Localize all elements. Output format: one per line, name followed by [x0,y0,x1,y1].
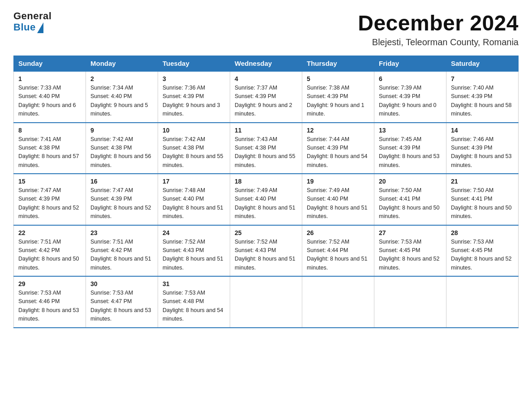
table-row: 16 Sunrise: 7:47 AM Sunset: 4:39 PM Dayl… [86,174,158,225]
table-row [374,276,446,328]
day-info: Sunrise: 7:47 AM Sunset: 4:39 PM Dayligh… [90,186,153,221]
table-row: 11 Sunrise: 7:43 AM Sunset: 4:38 PM Dayl… [230,123,302,174]
table-row: 26 Sunrise: 7:52 AM Sunset: 4:44 PM Dayl… [302,225,374,277]
day-info: Sunrise: 7:47 AM Sunset: 4:39 PM Dayligh… [18,186,81,221]
day-number: 2 [90,75,153,82]
table-row: 18 Sunrise: 7:49 AM Sunset: 4:40 PM Dayl… [230,174,302,225]
day-info: Sunrise: 7:42 AM Sunset: 4:38 PM Dayligh… [90,135,153,170]
calendar-title: December 2024 [358,11,519,35]
day-info: Sunrise: 7:34 AM Sunset: 4:40 PM Dayligh… [90,84,153,119]
header-monday: Monday [86,56,158,72]
header-thursday: Thursday [302,56,374,72]
table-row: 17 Sunrise: 7:48 AM Sunset: 4:40 PM Dayl… [158,174,230,225]
table-row: 6 Sunrise: 7:39 AM Sunset: 4:39 PM Dayli… [374,71,446,123]
day-info: Sunrise: 7:39 AM Sunset: 4:39 PM Dayligh… [379,84,442,119]
day-number: 6 [379,75,442,82]
day-number: 7 [451,75,514,82]
table-row [302,276,374,328]
table-row: 14 Sunrise: 7:46 AM Sunset: 4:39 PM Dayl… [446,123,519,174]
day-number: 10 [163,127,225,134]
table-row: 22 Sunrise: 7:51 AM Sunset: 4:42 PM Dayl… [14,225,86,277]
table-row [230,276,302,328]
day-number: 30 [90,280,153,287]
logo: General Blue [13,11,51,33]
table-row: 20 Sunrise: 7:50 AM Sunset: 4:41 PM Dayl… [374,174,446,225]
day-number: 29 [18,280,81,287]
day-info: Sunrise: 7:53 AM Sunset: 4:48 PM Dayligh… [163,289,225,324]
logo-general: General [13,11,51,21]
day-info: Sunrise: 7:44 AM Sunset: 4:39 PM Dayligh… [307,135,369,170]
table-row: 15 Sunrise: 7:47 AM Sunset: 4:39 PM Dayl… [14,174,86,225]
day-info: Sunrise: 7:43 AM Sunset: 4:38 PM Dayligh… [235,135,297,170]
day-info: Sunrise: 7:49 AM Sunset: 4:40 PM Dayligh… [235,186,297,221]
day-number: 11 [235,127,297,134]
calendar-subtitle: Blejesti, Teleorman County, Romania [358,37,519,47]
day-number: 16 [90,178,153,185]
day-info: Sunrise: 7:38 AM Sunset: 4:39 PM Dayligh… [307,84,369,119]
day-number: 9 [90,127,153,134]
table-row: 21 Sunrise: 7:50 AM Sunset: 4:41 PM Dayl… [446,174,519,225]
day-info: Sunrise: 7:52 AM Sunset: 4:44 PM Dayligh… [307,238,369,273]
title-block: December 2024 Blejesti, Teleorman County… [358,11,519,47]
day-info: Sunrise: 7:53 AM Sunset: 4:47 PM Dayligh… [90,289,153,324]
day-number: 4 [235,75,297,82]
day-info: Sunrise: 7:51 AM Sunset: 4:42 PM Dayligh… [90,238,153,273]
logo-triangle-icon [37,22,43,33]
header-saturday: Saturday [446,56,519,72]
day-number: 3 [163,75,225,82]
day-number: 15 [18,178,81,185]
day-number: 24 [163,229,225,236]
day-info: Sunrise: 7:45 AM Sunset: 4:39 PM Dayligh… [379,135,442,170]
logo-text: General Blue [13,11,51,33]
table-row: 1 Sunrise: 7:33 AM Sunset: 4:40 PM Dayli… [14,71,86,123]
table-row: 19 Sunrise: 7:49 AM Sunset: 4:40 PM Dayl… [302,174,374,225]
day-info: Sunrise: 7:36 AM Sunset: 4:39 PM Dayligh… [163,84,225,119]
header-friday: Friday [374,56,446,72]
calendar-header-row: SundayMondayTuesdayWednesdayThursdayFrid… [14,56,519,72]
day-info: Sunrise: 7:52 AM Sunset: 4:43 PM Dayligh… [163,238,225,273]
calendar-week-4: 22 Sunrise: 7:51 AM Sunset: 4:42 PM Dayl… [14,225,519,277]
table-row: 2 Sunrise: 7:34 AM Sunset: 4:40 PM Dayli… [86,71,158,123]
page-header: General Blue December 2024 Blejesti, Tel… [13,11,519,47]
day-info: Sunrise: 7:46 AM Sunset: 4:39 PM Dayligh… [451,135,514,170]
day-info: Sunrise: 7:42 AM Sunset: 4:38 PM Dayligh… [163,135,225,170]
table-row: 27 Sunrise: 7:53 AM Sunset: 4:45 PM Dayl… [374,225,446,277]
table-row: 29 Sunrise: 7:53 AM Sunset: 4:46 PM Dayl… [14,276,86,328]
table-row: 23 Sunrise: 7:51 AM Sunset: 4:42 PM Dayl… [86,225,158,277]
day-number: 19 [307,178,369,185]
day-info: Sunrise: 7:33 AM Sunset: 4:40 PM Dayligh… [18,84,81,119]
day-info: Sunrise: 7:37 AM Sunset: 4:39 PM Dayligh… [235,84,297,119]
day-number: 26 [307,229,369,236]
day-info: Sunrise: 7:52 AM Sunset: 4:43 PM Dayligh… [235,238,297,273]
day-number: 18 [235,178,297,185]
table-row: 3 Sunrise: 7:36 AM Sunset: 4:39 PM Dayli… [158,71,230,123]
day-number: 27 [379,229,442,236]
table-row: 31 Sunrise: 7:53 AM Sunset: 4:48 PM Dayl… [158,276,230,328]
table-row: 30 Sunrise: 7:53 AM Sunset: 4:47 PM Dayl… [86,276,158,328]
calendar-week-5: 29 Sunrise: 7:53 AM Sunset: 4:46 PM Dayl… [14,276,519,328]
day-info: Sunrise: 7:53 AM Sunset: 4:45 PM Dayligh… [379,238,442,273]
table-row: 5 Sunrise: 7:38 AM Sunset: 4:39 PM Dayli… [302,71,374,123]
day-number: 25 [235,229,297,236]
calendar-week-1: 1 Sunrise: 7:33 AM Sunset: 4:40 PM Dayli… [14,71,519,123]
header-tuesday: Tuesday [158,56,230,72]
day-info: Sunrise: 7:51 AM Sunset: 4:42 PM Dayligh… [18,238,81,273]
table-row [446,276,519,328]
day-number: 23 [90,229,153,236]
day-info: Sunrise: 7:41 AM Sunset: 4:38 PM Dayligh… [18,135,81,170]
table-row: 24 Sunrise: 7:52 AM Sunset: 4:43 PM Dayl… [158,225,230,277]
day-number: 22 [18,229,81,236]
table-row: 10 Sunrise: 7:42 AM Sunset: 4:38 PM Dayl… [158,123,230,174]
table-row: 8 Sunrise: 7:41 AM Sunset: 4:38 PM Dayli… [14,123,86,174]
day-info: Sunrise: 7:48 AM Sunset: 4:40 PM Dayligh… [163,186,225,221]
day-number: 13 [379,127,442,134]
table-row: 7 Sunrise: 7:40 AM Sunset: 4:39 PM Dayli… [446,71,519,123]
day-number: 31 [163,280,225,287]
table-row: 25 Sunrise: 7:52 AM Sunset: 4:43 PM Dayl… [230,225,302,277]
day-info: Sunrise: 7:50 AM Sunset: 4:41 PM Dayligh… [451,186,514,221]
day-info: Sunrise: 7:53 AM Sunset: 4:46 PM Dayligh… [18,289,81,324]
header-wednesday: Wednesday [230,56,302,72]
day-number: 12 [307,127,369,134]
table-row: 4 Sunrise: 7:37 AM Sunset: 4:39 PM Dayli… [230,71,302,123]
day-number: 14 [451,127,514,134]
